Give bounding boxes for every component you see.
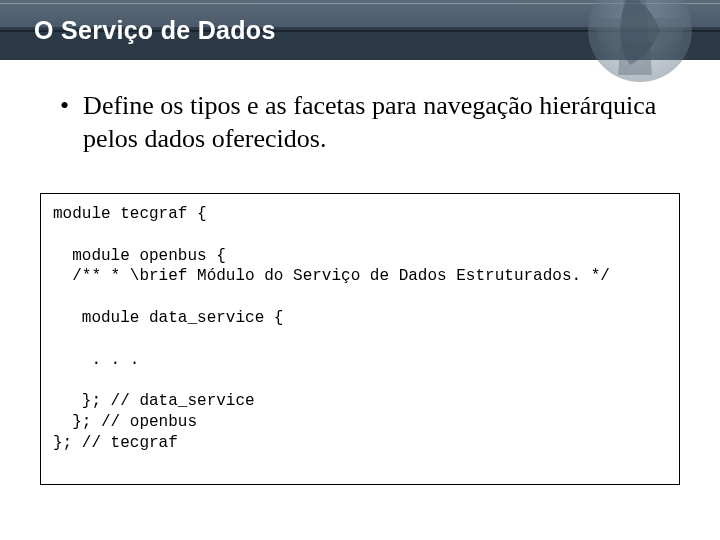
code-line: /** * \brief Módulo do Serviço de Dados … [53,267,610,285]
code-line: module tecgraf { [53,205,207,223]
code-line: }; // data_service [53,392,255,410]
slide-header: O Serviço de Dados [0,0,720,60]
code-block: module tecgraf { module openbus { /** * … [40,193,680,485]
code-line: module data_service { [53,309,283,327]
code-line: }; // openbus [53,413,197,431]
tecgraf-logo-icon [550,0,710,100]
slide-title: O Serviço de Dados [34,16,276,45]
code-line: }; // tecgraf [53,434,178,452]
code-line: . . . [53,351,139,369]
code-line: module openbus { [53,247,226,265]
bullet-marker: • [60,90,69,155]
